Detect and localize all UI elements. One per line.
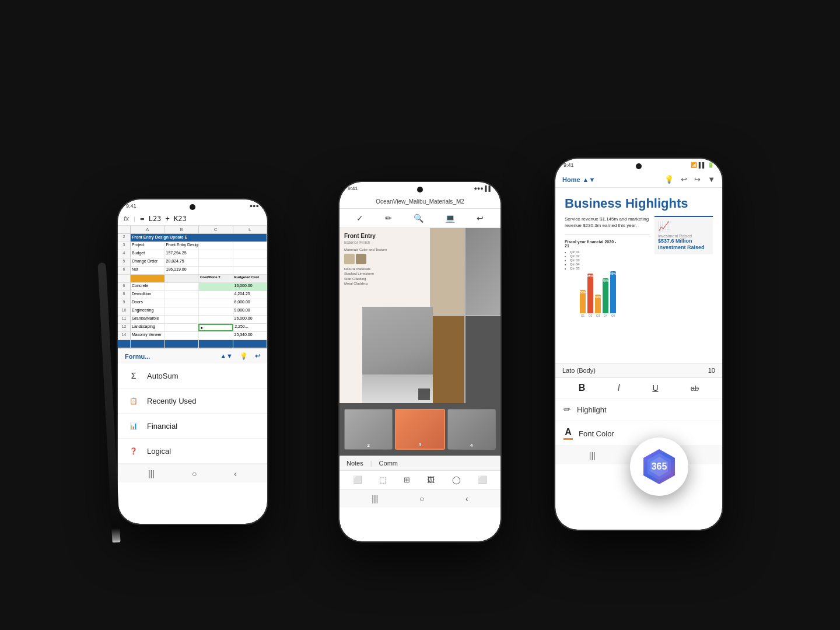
toolbar-undo[interactable]: ↩	[255, 352, 260, 360]
bar-group-4: 75% Q4	[603, 278, 608, 317]
formula-separator: |	[134, 215, 135, 222]
thumb-2[interactable]: 2	[344, 409, 393, 450]
bar-group-5: 90% Q5	[610, 271, 616, 317]
excel-grid: 2 Front Entry Design Update E 3 Project …	[118, 234, 267, 348]
chart-fy-title: Fiscal year financial 2020 - 21	[565, 240, 617, 248]
ms365-logo-svg: 365	[639, 446, 680, 487]
slide-icon-2[interactable]: ⬚	[379, 475, 386, 484]
chart-section: Fiscal year financial 2020 - 21 Qtr 01 Q…	[565, 240, 650, 317]
excel-row-6: 6 Net 186,119.00	[118, 267, 267, 275]
toolbar-bulb[interactable]: 💡	[240, 352, 248, 360]
word-format-icons: B I U ab	[555, 378, 722, 398]
menu-item-autosum[interactable]: Σ AutoSum	[118, 363, 267, 388]
excel-row-4: 4 Budget 157,294.25	[118, 250, 267, 258]
excel-row-3: 3 Project Front Entry Design	[118, 242, 267, 250]
menu-item-logical[interactable]: ❓ Logical	[118, 439, 267, 464]
front-entry-subtitle: Exterior Finish	[344, 240, 428, 244]
excel-title-row: 2 Front Entry Design Update E	[118, 234, 267, 242]
swatch-grid	[430, 228, 501, 403]
title-cell: Front Entry Design Update E	[131, 234, 267, 242]
highlight-pencil-icon: ✏	[564, 404, 571, 415]
time-mid: 9:41	[348, 186, 358, 191]
word-fontcolor-row[interactable]: A Font Color	[555, 421, 722, 446]
phone-excel-screen: 9:41 ●●● fx | = L23 + K23 A B C L 2	[118, 200, 267, 524]
font-color-a-icon: A	[565, 427, 572, 438]
sigma-icon: Σ	[127, 369, 140, 382]
thumb-label-4: 4	[448, 443, 495, 448]
doc-title-plain: Business	[565, 196, 625, 211]
nav-back-left[interactable]: ‹	[234, 469, 237, 478]
toolbar-arrows[interactable]: ▲▼	[220, 352, 233, 360]
chart-legend: Qtr 01 Qtr 02 Qtr 03 Qtr 04 Qtr 05	[565, 250, 617, 270]
search-icon[interactable]: 🔍	[414, 214, 424, 223]
nav-menu-mid[interactable]: |||	[372, 494, 378, 503]
nav-menu-left[interactable]: |||	[148, 469, 155, 478]
slide-icon-table[interactable]: ⊞	[404, 475, 410, 484]
menu-item-financial[interactable]: 📊 Financial	[118, 414, 267, 439]
front-entry-title: Front Entry	[344, 233, 428, 239]
slides-note-bar: Notes | Comm	[340, 456, 501, 470]
doc-highlight-box: 📈 Investment Raised $537.6 Million Inves…	[654, 216, 713, 254]
italic-button[interactable]: I	[618, 383, 620, 393]
menu-item-recently-used[interactable]: 📋 Recently Used	[118, 388, 267, 414]
building-detail	[418, 388, 430, 400]
slide-icon-1[interactable]: ⬜	[353, 475, 362, 484]
signals-right: 📶 ▌▌ 🔋	[691, 162, 714, 168]
camera-dot-left	[190, 204, 195, 210]
material-desc-text: Natural MaterialsStacked LimestoneStair …	[344, 267, 428, 286]
slide-icon-more[interactable]: ⬜	[478, 475, 487, 484]
home-tab-arrow: ▲▼	[583, 176, 596, 183]
font-size-label: 10	[708, 367, 715, 374]
material-label: Materials Color and Texture	[344, 248, 428, 251]
excel-row-concrete: 6 Concrete 16,000.00	[118, 283, 267, 291]
nav-home-mid[interactable]: ○	[419, 494, 424, 503]
word-format-bar: Lato (Body) 10	[555, 363, 722, 378]
ms365-logo-inner: 365	[639, 446, 680, 487]
slides-toolbar: ✓ ✏ 🔍 💻 ↩	[340, 209, 501, 228]
word-highlight-row[interactable]: ✏ Highlight	[555, 398, 722, 421]
word-undo-icon[interactable]: ↩	[681, 175, 687, 184]
nav-back-mid[interactable]: ‹	[466, 494, 468, 503]
undo-icon-mid[interactable]: ↩	[477, 214, 484, 223]
font-color-underline	[564, 438, 573, 440]
present-icon[interactable]: 💻	[445, 214, 455, 223]
formula-label[interactable]: Formu...	[125, 353, 150, 360]
word-redo-icon[interactable]: ↪	[694, 175, 701, 184]
check-icon[interactable]: ✓	[356, 214, 363, 223]
strikethrough-button[interactable]: ab	[691, 384, 699, 393]
thumb-4[interactable]: 4	[447, 409, 496, 450]
home-tab-label: Home	[562, 176, 580, 183]
slides-bottom-bar: ⬜ ⬚ ⊞ 🖼 ◯ ⬜	[340, 470, 501, 489]
col-header-a: A	[131, 226, 165, 233]
doc-title-accent: Highlights	[625, 196, 688, 211]
nav-home-left[interactable]: ○	[192, 469, 197, 478]
col-header-c: C	[199, 226, 233, 233]
col-header-b: B	[165, 226, 200, 233]
bold-button[interactable]: B	[579, 383, 586, 393]
bar-group-1: 50% Q1	[580, 290, 586, 317]
notes-label[interactable]: Notes	[346, 460, 363, 467]
camera-dot-right	[636, 163, 642, 169]
signals-mid: ●●● ▌▌	[474, 186, 492, 191]
excel-menu: Σ AutoSum 📋 Recently Used 📊 Financial ❓ …	[118, 363, 267, 464]
nav-menu-right[interactable]: |||	[589, 451, 596, 460]
slide-icon-image[interactable]: 🖼	[427, 475, 435, 484]
word-bulb-icon[interactable]: 💡	[664, 175, 674, 184]
word-more-icon[interactable]: ▼	[708, 175, 715, 184]
bar-pct-3: 40%	[595, 295, 601, 299]
time-right: 9:41	[564, 162, 574, 168]
swatch-cell-building	[466, 228, 501, 315]
recently-used-label: Recently Used	[147, 397, 197, 405]
pen-icon[interactable]: ✏	[385, 214, 392, 223]
excel-row-granite: 11 Granite/Marble 26,000.00	[118, 316, 267, 324]
autosum-label: AutoSum	[147, 372, 178, 380]
legend-qtr2: Qtr 02	[565, 254, 617, 258]
excel-bottom-toolbar: Formu... ▲▼ 💡 ↩	[118, 348, 267, 363]
word-home-tab[interactable]: Home ▲▼	[562, 176, 595, 183]
slide-icon-circle[interactable]: ◯	[452, 475, 461, 484]
thumb-3[interactable]: 3	[395, 409, 444, 450]
comm-label[interactable]: Comm	[379, 460, 398, 467]
excel-row-landscaping: 12 Landscaping ● 2,250...	[118, 324, 267, 332]
doc-section-1: 📈 Investment Raised $537.6 Million Inves…	[565, 216, 713, 229]
underline-button[interactable]: U	[652, 383, 658, 393]
